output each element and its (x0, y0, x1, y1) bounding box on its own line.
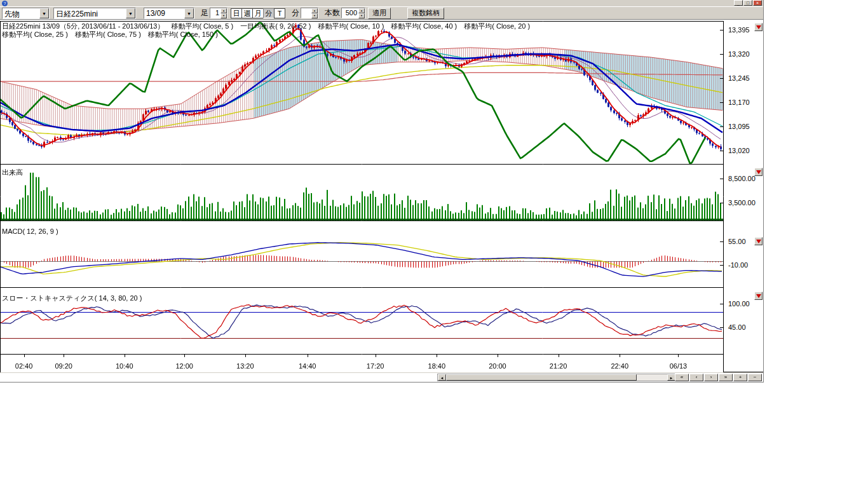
period-week-button[interactable]: 週 (241, 8, 253, 18)
period-month-button[interactable]: 月 (252, 8, 264, 18)
red-triangle-icon (756, 170, 761, 174)
minute-value (301, 8, 311, 18)
spinner-arrows-icon[interactable]: ▲▼ (220, 8, 227, 18)
toolbar: 先物 ▼ 日経225mini ▼ 13/09 ▼ 足 1 ▲▼ 日 週 月 分 … (0, 6, 763, 20)
time-axis-label: 10:40 (116, 362, 133, 370)
screen: ? _ □ × 先物 ▼ 日経225mini ▼ 13/09 ▼ 足 1 (0, 0, 868, 488)
window-controls: _ □ × (734, 0, 762, 6)
bar-interval-input[interactable]: 1 ▲▼ (210, 8, 227, 18)
stochastics-panel-label: スロー・ストキャスティクス( 14, 3, 80, 20 ) (2, 294, 142, 303)
time-axis-label: 17:20 (367, 362, 384, 370)
bar-interval-value: 1 (210, 8, 220, 18)
spinner-arrows-icon[interactable]: ▲▼ (311, 8, 318, 18)
symbol-select-value: 日経225mini (54, 8, 126, 18)
red-triangle-icon (756, 240, 761, 243)
market-select-value: 先物 (3, 8, 39, 18)
chart-nav-button-2[interactable]: › (704, 374, 718, 381)
close-button[interactable]: × (753, 0, 762, 6)
axis-value-label: 100.00 (728, 300, 750, 308)
period-tick-button[interactable]: T (274, 8, 285, 18)
dropdown-arrow-icon[interactable]: ▼ (126, 8, 135, 18)
contract-select[interactable]: 13/09 ▼ (144, 8, 194, 19)
bottom-scrollbar-area: ◄ ► «‹›»+− (0, 373, 763, 382)
panel-collapse-button-stoch[interactable] (754, 292, 763, 300)
minute-input[interactable]: ▲▼ (301, 8, 318, 18)
time-axis-label: 20:00 (489, 362, 506, 370)
red-triangle-icon (756, 294, 761, 298)
axis-value-label: 13,245 (728, 74, 750, 82)
apply-button[interactable]: 適用 (368, 8, 391, 19)
axis-value-label: 13,020 (728, 147, 750, 154)
contract-select-value: 13/09 (144, 8, 184, 18)
horizontal-scrollbar[interactable]: ◄ ► (437, 374, 676, 381)
volume-panel-label: 出来高 (2, 168, 23, 177)
chart-nav-button-5[interactable]: − (748, 374, 762, 381)
axis-value-label: 13,170 (728, 98, 750, 106)
time-axis-label: 12:00 (175, 362, 193, 370)
axis-value-label: 13,095 (728, 123, 750, 130)
scrollbar-thumb[interactable] (446, 374, 637, 381)
chart-nav-button-3[interactable]: » (719, 374, 733, 381)
axis-value-label: 13,320 (728, 50, 750, 58)
chart-app-window: ? _ □ × 先物 ▼ 日経225mini ▼ 13/09 ▼ 足 1 (0, 0, 764, 383)
chart-nav-button-0[interactable]: « (675, 374, 689, 381)
bar-type-label: 足 (201, 8, 208, 18)
scroll-left-arrow-icon[interactable]: ◄ (438, 374, 446, 381)
time-axis-label: 06/13 (670, 362, 688, 370)
chart-nav-button-4[interactable]: + (733, 374, 747, 381)
axis-value-label: 55.00 (728, 238, 746, 245)
panel-collapse-button-volume[interactable] (754, 168, 763, 176)
bar-count-value: 500 (342, 8, 358, 18)
time-axis-label: 14:40 (299, 362, 316, 370)
time-axis-label: 21:20 (550, 362, 567, 370)
price-chart-canvas[interactable] (0, 21, 724, 372)
app-help-icon: ? (2, 1, 8, 6)
time-axis-label: 18:40 (428, 362, 446, 370)
maximize-button[interactable]: □ (743, 0, 752, 6)
chart-nav-buttons: «‹›»+− (674, 374, 762, 381)
multi-symbol-button[interactable]: 複数銘柄 (407, 8, 444, 19)
chart-nav-button-1[interactable]: ‹ (689, 374, 703, 381)
axis-value-label: 8,500.00 (728, 175, 756, 182)
period-minute-button[interactable]: 分 (263, 8, 275, 18)
chart-area: 日経225mini 13/09（5分, 2013/06/11 - 2013/06… (0, 20, 763, 372)
titlebar: ? _ □ × (0, 0, 763, 6)
macd-panel-label: MACD( 12, 26, 9 ) (2, 227, 58, 235)
spinner-arrows-icon[interactable]: ▲▼ (358, 8, 365, 18)
scrollbar-track[interactable] (637, 374, 667, 381)
axis-value-label: 3,500.00 (728, 199, 756, 207)
dropdown-arrow-icon[interactable]: ▼ (39, 8, 49, 18)
axis-value-label: 45.00 (728, 323, 746, 331)
red-triangle-icon (756, 25, 761, 29)
period-day-button[interactable]: 日 (231, 8, 242, 18)
panel-collapse-button-price[interactable] (754, 23, 763, 31)
time-axis-label: 09:20 (55, 362, 72, 370)
minute-label: 分 (292, 8, 299, 18)
panel-collapse-button-macd[interactable] (754, 237, 763, 245)
axis-value-label: 13,395 (728, 26, 750, 34)
symbol-select[interactable]: 日経225mini ▼ (53, 8, 136, 19)
time-axis-label: 13:20 (236, 362, 254, 370)
period-button-group: 日 週 月 分 T (231, 8, 285, 18)
time-axis-label: 02:40 (15, 362, 33, 370)
time-axis-label: 22:40 (611, 362, 629, 370)
bar-count-input[interactable]: 500 ▲▼ (341, 8, 365, 18)
dropdown-arrow-icon[interactable]: ▼ (184, 8, 194, 18)
axis-value-label: -10.00 (728, 261, 748, 269)
bar-count-label: 本数 (325, 8, 340, 18)
chart-legend-line2: 移動平均( Close, 25 ) 移動平均( Close, 75 ) 移動平均… (2, 30, 218, 39)
market-select[interactable]: 先物 ▼ (2, 8, 50, 19)
minimize-button[interactable]: _ (734, 0, 743, 6)
